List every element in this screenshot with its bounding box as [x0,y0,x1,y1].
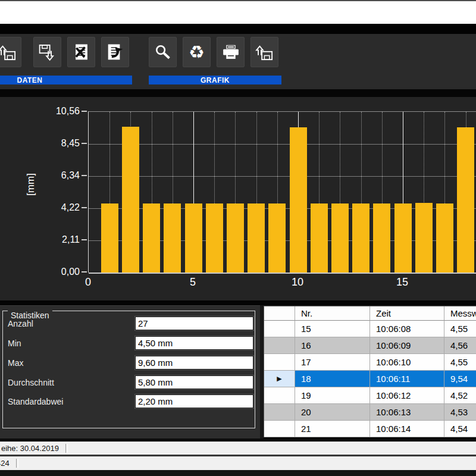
chart-bar [268,203,286,273]
chart-bar [352,203,369,273]
stat-field-max[interactable] [135,356,253,369]
chart-bar [185,203,202,273]
table-row[interactable]: ▶1810:06:119,54 [264,371,476,387]
row-selector[interactable] [264,387,295,404]
cell-mess[interactable]: 4,52 [444,387,476,404]
floppy-arrow-down-icon [37,43,58,61]
y-tick-mark [82,143,87,144]
table-row[interactable]: 1510:06:084,55 [264,321,476,337]
cell-mess[interactable]: 4,55 [444,321,476,337]
table-row[interactable]: 2010:06:134,53 [264,404,476,421]
row-selector[interactable] [264,321,295,337]
save-data-button[interactable] [33,37,61,67]
cell-zeit[interactable]: 10:06:11 [370,371,444,387]
load-data-button[interactable] [0,37,21,67]
column-header-messwert[interactable]: Messwert [444,306,476,321]
chart-bar [457,127,474,273]
statistics-panel: Statistiken AnzahlMinMaxDurchschnittStan… [0,305,260,439]
row-selector[interactable] [264,337,295,354]
stat-field-min[interactable] [135,336,253,350]
cell-mess[interactable]: 4,53 [444,404,476,421]
menu-bar-empty [0,1,476,24]
column-header-nr[interactable]: Nr. [295,306,370,321]
separator [0,89,476,97]
stat-label-max: Max [8,356,23,369]
row-arrow-icon: ▶ [277,375,281,383]
floppy-arrow-up-icon [0,43,18,61]
cell-zeit[interactable]: 10:06:09 [370,337,444,354]
table-row[interactable]: 1610:06:094,56 [264,337,476,354]
current-row-indicator[interactable]: ▶ [264,371,295,387]
cell-nr[interactable]: 16 [295,337,370,354]
stat-field-durchschnitt[interactable] [135,375,253,389]
y-tick-mark [82,175,87,176]
stat-field-anzahl[interactable] [135,317,253,330]
cell-mess[interactable]: 4,56 [444,337,476,354]
cell-nr[interactable]: 17 [295,354,370,371]
chart-bar [206,203,223,273]
cell-nr[interactable]: 19 [295,387,370,404]
cell-zeit[interactable]: 10:06:12 [370,387,444,404]
cell-mess[interactable]: 4,55 [444,354,476,371]
measurements-table[interactable]: Nr.ZeitMesswert1510:06:084,551610:06:094… [264,306,476,439]
cell-mess[interactable]: 9,54 [444,371,476,387]
chart-panel: [mm] 0,002,114,226,348,4510,56051015 [0,97,476,300]
refresh-button[interactable]: ♻ [183,37,211,67]
printer-icon [220,43,242,62]
cell-nr[interactable]: 18 [295,371,370,387]
window-bottom-edge [0,470,476,476]
separator [0,300,476,305]
document-arrow-icon [106,43,125,62]
stat-label-min: Min [8,337,21,350]
export-graphic-button[interactable] [250,37,278,67]
cell-zeit[interactable]: 10:06:14 [370,421,444,437]
cell-nr[interactable]: 20 [295,404,370,421]
chart-bar [415,203,433,273]
grafik-group-label: GRAFIK [201,76,230,84]
magnifier-icon [153,43,173,62]
cell-nr[interactable]: 15 [295,321,370,337]
stat-field-standardabwei[interactable] [135,394,253,408]
export-data-button[interactable] [101,37,129,67]
chart-bar [122,127,139,273]
table-row[interactable]: 1910:06:124,52 [264,387,476,404]
cell-mess[interactable]: 4,54 [444,421,476,437]
toolbar-group-grafik: GRAFIK [149,76,281,84]
toolbar-group-daten: DATEN [0,76,132,84]
document-x-icon [73,43,90,62]
column-header-zeit[interactable]: Zeit [370,306,444,321]
chart-bar [436,203,453,273]
floppy-arrow-up-icon [255,43,275,61]
y-tick-label: 0,00 [43,266,80,278]
chart-bar [248,203,265,273]
row-selector[interactable] [264,421,295,437]
cell-zeit[interactable]: 10:06:13 [370,404,444,421]
zoom-button[interactable] [149,37,177,67]
cell-zeit[interactable]: 10:06:10 [370,354,444,371]
x-tick-label: 15 [389,276,415,289]
plot-area [88,111,476,273]
h-gridline [89,176,476,177]
row-selector-header [264,306,295,321]
y-tick-mark [82,111,87,112]
x-tick-label: 10 [284,276,311,289]
cell-nr[interactable]: 21 [295,421,370,437]
chart-bar [227,203,244,273]
table-row[interactable]: 1710:06:104,55 [264,354,476,371]
y-tick-label: 2,11 [43,234,80,246]
daten-group-label: DATEN [17,76,43,84]
cell-zeit[interactable]: 10:06:08 [370,321,444,337]
row-selector[interactable] [264,354,295,371]
stat-label-durchschnitt: Durchschnitt [8,376,54,389]
table-row[interactable]: 2110:06:144,54 [264,421,476,437]
title-strip [0,24,476,34]
y-tick-mark [82,239,87,240]
row-selector[interactable] [264,404,295,421]
stat-label-anzahl: Anzahl [8,317,33,330]
x-tick-label: 5 [180,276,206,289]
y-tick-mark [82,271,87,273]
app-window: ♻ DATEN GRAFIK [mm] 0,002,114,226,348,45… [0,0,476,476]
y-tick-label: 6,34 [43,170,80,181]
delete-report-button[interactable] [67,37,95,67]
print-button[interactable] [217,37,245,67]
